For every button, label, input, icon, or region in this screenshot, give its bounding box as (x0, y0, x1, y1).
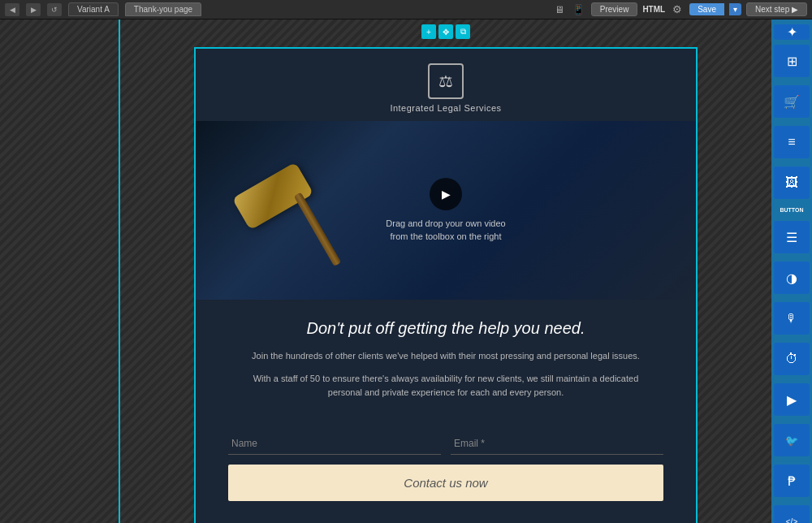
gavel-image (220, 137, 366, 283)
audio-icon: 🎙 (774, 302, 810, 335)
mobile-icon[interactable]: 📱 (572, 3, 586, 16)
canvas-add-button[interactable]: + (421, 24, 436, 39)
canvas-float-toolbar: + ✥ ⧉ (421, 24, 470, 39)
right-tool-social[interactable]: ◑ (774, 258, 810, 297)
name-input[interactable] (228, 433, 441, 455)
save-dropdown-button[interactable]: ▾ (729, 3, 741, 15)
save-button[interactable]: Save (689, 3, 724, 15)
tab-thankyou-page[interactable]: Thank-you page (125, 2, 201, 16)
timer-icon: ⏱ (774, 343, 810, 375)
twitter-icon: 🐦 (774, 424, 810, 456)
subtext-1: Join the hundreds of other clients we've… (244, 349, 647, 364)
sections-icon: ⊞ (774, 45, 810, 77)
video-background: ▶ Drag and drop your own video from the … (196, 121, 696, 300)
refresh-button[interactable]: ↺ (47, 3, 62, 16)
text-icon: ≡ (774, 126, 810, 158)
forward-button[interactable]: ▶ (26, 3, 41, 16)
right-tool-main[interactable]: ✦ (774, 24, 810, 40)
right-tool-timer[interactable]: ⏱ (774, 339, 810, 378)
center-canvas: + ✥ ⧉ ⚖ Integrated Legal Services (120, 19, 771, 523)
main-layout: + ✥ ⧉ ⚖ Integrated Legal Services (0, 19, 812, 523)
right-tool-code[interactable]: </> (774, 502, 810, 523)
next-step-button[interactable]: Next step ▶ (746, 2, 807, 16)
right-tool-video[interactable]: ▶ (774, 380, 810, 419)
social-icon: ◑ (774, 262, 810, 294)
top-toolbar: ◀ ▶ ↺ Variant A Thank-you page 🖥 📱 Previ… (0, 0, 812, 19)
right-toolbox-panel: ✦ ⊞ 🛒 ≡ 🖼 BUTTON ☰ ◑ 🎙 ⏱ ▶ (771, 19, 812, 523)
preview-button[interactable]: Preview (591, 2, 638, 16)
play-button[interactable]: ▶ (430, 178, 462, 210)
email-input[interactable] (451, 433, 663, 455)
back-button[interactable]: ◀ (5, 3, 19, 16)
image-icon: 🖼 (774, 166, 810, 199)
right-tool-audio[interactable]: 🎙 (774, 299, 810, 338)
right-tool-text[interactable]: ≡ (774, 123, 810, 162)
right-tool-image[interactable]: 🖼 (774, 163, 810, 202)
gavel-handle (294, 192, 342, 267)
html-button[interactable]: HTML (642, 5, 665, 14)
tab-variant-a[interactable]: Variant A (68, 2, 119, 16)
right-tool-button[interactable]: BUTTON (774, 204, 810, 216)
video-caption: Drag and drop your own video from the to… (386, 217, 505, 244)
right-tool-menu[interactable]: ☰ (774, 218, 810, 257)
subtext-2: With a staff of 50 to ensure there's alw… (244, 372, 647, 400)
button-tool-label: BUTTON (780, 207, 803, 213)
form-row (228, 433, 663, 455)
desktop-icon[interactable]: 🖥 (552, 3, 567, 16)
right-tool-twitter[interactable]: 🐦 (774, 421, 810, 460)
menu-icon: ☰ (774, 221, 810, 253)
canvas-move-button[interactable]: ✥ (438, 24, 453, 39)
canvas-copy-button[interactable]: ⧉ (456, 24, 470, 39)
page-wrapper: ⚖ Integrated Legal Services ▶ Drag a (194, 47, 698, 523)
video-section: ▶ Drag and drop your own video from the … (196, 121, 696, 300)
right-tool-paypal[interactable]: ₱ (774, 461, 810, 500)
contact-us-button[interactable]: Contact us now (228, 465, 663, 501)
content-section: Don't put off getting the help you need.… (196, 300, 696, 425)
logo-text: Integrated Legal Services (390, 103, 501, 113)
right-tool-sections[interactable]: ⊞ (774, 41, 810, 80)
left-panel (0, 19, 120, 523)
right-tool-ecommerce[interactable]: 🛒 (774, 82, 810, 121)
logo-icon: ⚖ (428, 63, 464, 99)
ecommerce-icon: 🛒 (774, 85, 810, 118)
video-icon: ▶ (774, 383, 810, 416)
logo-section: ⚖ Integrated Legal Services (196, 49, 696, 121)
form-section: Contact us now (196, 425, 696, 517)
main-heading: Don't put off getting the help you need. (244, 319, 647, 338)
paypal-icon: ₱ (774, 465, 810, 497)
settings-gear-icon[interactable]: ⚙ (670, 2, 685, 17)
code-icon: </> (774, 505, 810, 523)
